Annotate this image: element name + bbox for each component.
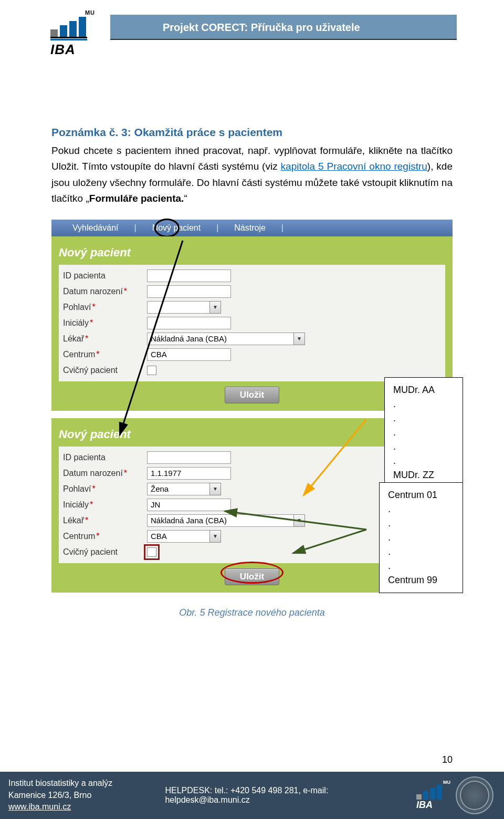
label-dob: Datum narození* [63, 469, 147, 478]
nav-tabs: Vyhledávání | Nový pacient | Nástroje | [51, 220, 453, 236]
iba-logo-small: MU IBA [416, 780, 450, 811]
label-doctor: Lékař* [63, 334, 147, 344]
input-dob[interactable] [147, 285, 231, 298]
chevron-down-icon[interactable]: ▼ [293, 333, 305, 345]
label-id: ID pacienta [63, 271, 147, 281]
save-button[interactable]: Uložit [225, 387, 279, 403]
label-center: Centrum* [63, 532, 147, 541]
doctor-callout: MUDr. AA . . . . . MUDr. ZZ [384, 377, 463, 488]
label-id: ID pacienta [63, 453, 147, 462]
form-screenshot-area: Vyhledávání | Nový pacient | Nástroje | … [51, 220, 453, 618]
select-center[interactable] [147, 530, 210, 543]
label-initials: Iniciály* [63, 318, 147, 328]
select-doctor[interactable] [147, 514, 294, 527]
tab-search[interactable]: Vyhledávání [57, 223, 134, 233]
logo-mu-text: MU [50, 9, 95, 16]
checkbox-training[interactable] [147, 547, 156, 557]
logo-iba-text: IBA [50, 42, 95, 58]
input-initials[interactable] [147, 317, 231, 329]
university-seal-icon [456, 776, 494, 814]
tab-separator-icon: | [281, 223, 284, 233]
select-sex[interactable] [147, 301, 210, 314]
center-callout: Centrum 01 . . . . . Centrum 99 [379, 482, 463, 593]
select-doctor[interactable] [147, 333, 294, 345]
chapter-link[interactable]: kapitola 5 Pracovní okno registru [281, 161, 427, 172]
note-bold: Formuláře pacienta. [89, 193, 184, 204]
label-initials: Iniciály* [63, 500, 147, 510]
page-header: Projekt CORECT: Příručka pro uživatele M… [0, 0, 504, 74]
page-number: 10 [442, 754, 453, 765]
callout-center-end: Centrum 99 [388, 573, 454, 587]
tab-tools[interactable]: Nástroje [218, 223, 281, 233]
callout-dots: . . . . . [393, 397, 454, 468]
chevron-down-icon[interactable]: ▼ [209, 530, 221, 543]
callout-center-start: Centrum 01 [388, 488, 454, 502]
label-training: Cvičný pacient [63, 366, 147, 375]
label-center: Centrum* [63, 350, 147, 359]
note-title: Poznámka č. 3: Okamžitá práce s paciente… [51, 126, 453, 139]
footer-addr: Kamenice 126/3, Brno [8, 790, 154, 801]
header-title-bar: Projekt CORECT: Příručka pro uživatele [110, 15, 457, 40]
callout-doctor-end: MUDr. ZZ [393, 468, 454, 482]
note-paragraph: Pokud chcete s pacientem ihned pracovat,… [51, 143, 453, 207]
checkbox-training[interactable] [147, 366, 156, 375]
callout-doctor-start: MUDr. AA [393, 383, 454, 397]
save-button[interactable]: Uložit [225, 568, 279, 585]
footer-web-link[interactable]: www.iba.muni.cz [8, 802, 71, 811]
chevron-down-icon[interactable]: ▼ [209, 483, 221, 495]
header-title: Projekt CORECT: Příručka pro uživatele [163, 22, 360, 33]
input-id[interactable] [147, 451, 231, 464]
input-id[interactable] [147, 269, 231, 282]
input-initials[interactable] [147, 499, 231, 511]
label-dob: Datum narození* [63, 287, 147, 296]
footer-helpdesk: HELPDESK: tel.: +420 549 498 281, e-mail… [165, 786, 328, 804]
chevron-down-icon[interactable]: ▼ [209, 301, 221, 314]
page-footer: Institut biostatistiky a analýz Kamenice… [0, 772, 504, 819]
input-center[interactable] [147, 348, 231, 361]
label-training: Cvičný pacient [63, 547, 147, 557]
tab-new-patient[interactable]: Nový pacient [136, 223, 217, 233]
iba-logo: MU IBA [50, 11, 95, 58]
label-sex: Pohlaví* [63, 303, 147, 312]
logo-bars-icon [50, 16, 95, 37]
label-sex: Pohlaví* [63, 484, 147, 494]
panel-heading: Nový pacient [59, 246, 445, 260]
callout-dots: . . . . . [388, 502, 454, 573]
figure-caption: Obr. 5 Registrace nového pacienta [51, 607, 453, 618]
select-sex[interactable] [147, 483, 210, 495]
footer-org: Institut biostatistiky a analýz [8, 777, 154, 789]
chevron-down-icon[interactable]: ▼ [293, 514, 305, 527]
label-doctor: Lékař* [63, 516, 147, 525]
input-dob[interactable] [147, 467, 231, 480]
